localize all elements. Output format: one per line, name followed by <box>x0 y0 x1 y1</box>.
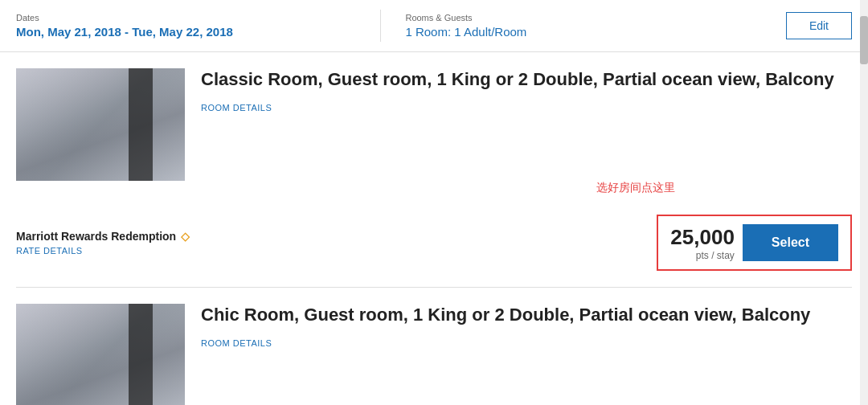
rate-name-classic: Marriott Rewards Redemption ◇ <box>16 230 190 243</box>
main-content: Classic Room, Guest room, 1 King or 2 Do… <box>0 52 868 405</box>
room-info-chic: Chic Room, Guest room, 1 King or 2 Doubl… <box>201 304 852 405</box>
room-top-classic: Classic Room, Guest room, 1 King or 2 Do… <box>16 68 852 181</box>
scrollbar-thumb[interactable] <box>860 16 868 64</box>
room-image-classic <box>16 68 185 181</box>
points-label-classic: pts / stay <box>670 250 735 261</box>
scrollbar[interactable] <box>860 0 868 405</box>
rate-details-link-classic[interactable]: RATE DETAILS <box>16 246 190 256</box>
room-image-inner-chic <box>16 304 185 405</box>
room-title-classic: Classic Room, Guest room, 1 King or 2 Do… <box>201 68 852 92</box>
room-image-chic <box>16 304 185 405</box>
rooms-section: Rooms & Guests 1 Room: 1 Adult/Room <box>381 13 769 39</box>
rate-right-classic: 25,000 pts / stay Select <box>657 215 852 271</box>
room-card-classic: Classic Room, Guest room, 1 King or 2 Do… <box>16 52 852 288</box>
room-title-chic: Chic Room, Guest room, 1 King or 2 Doubl… <box>201 304 852 327</box>
room-details-link-classic[interactable]: ROOM DETAILS <box>201 103 272 112</box>
rate-row-classic: Marriott Rewards Redemption ◇ RATE DETAI… <box>16 215 852 271</box>
dates-label: Dates <box>16 13 380 22</box>
header-bar: Dates Mon, May 21, 2018 - Tue, May 22, 2… <box>0 0 868 52</box>
rate-name-text: Marriott Rewards Redemption <box>16 230 176 243</box>
hint-text-classic: 选好房间点这里 <box>16 181 852 195</box>
diamond-icon: ◇ <box>181 230 190 243</box>
room-card-chic: Chic Room, Guest room, 1 King or 2 Doubl… <box>16 288 852 405</box>
room-details-link-chic[interactable]: ROOM DETAILS <box>201 338 272 348</box>
dates-section: Dates Mon, May 21, 2018 - Tue, May 22, 2… <box>16 13 380 39</box>
rooms-value: 1 Room: 1 Adult/Room <box>405 25 769 39</box>
edit-button[interactable]: Edit <box>786 12 852 39</box>
rooms-label: Rooms & Guests <box>405 13 769 22</box>
room-info-classic: Classic Room, Guest room, 1 King or 2 Do… <box>201 68 852 181</box>
points-amount-classic: 25,000 <box>670 225 735 250</box>
select-button-classic[interactable]: Select <box>743 224 838 261</box>
rate-left-classic: Marriott Rewards Redemption ◇ RATE DETAI… <box>16 230 190 256</box>
points-block-classic: 25,000 pts / stay <box>670 225 735 261</box>
room-image-inner-classic <box>16 68 185 181</box>
room-top-chic: Chic Room, Guest room, 1 King or 2 Doubl… <box>16 304 852 405</box>
dates-value: Mon, May 21, 2018 - Tue, May 22, 2018 <box>16 25 380 39</box>
